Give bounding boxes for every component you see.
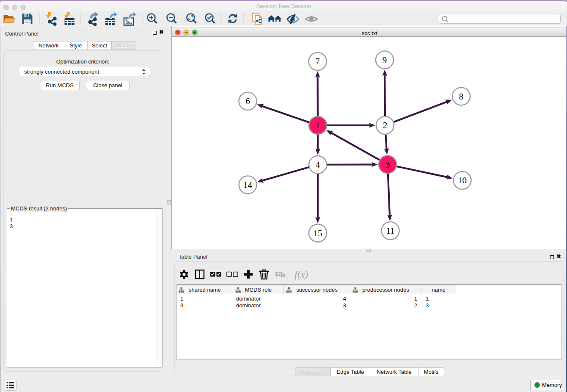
svg-text:4: 4: [316, 160, 320, 170]
svg-text:8: 8: [459, 91, 464, 102]
svg-text:15: 15: [314, 228, 322, 238]
svg-text:1: 1: [316, 120, 320, 130]
svg-text:f(x): f(x): [295, 269, 308, 280]
svg-text:3: 3: [385, 160, 390, 170]
svg-text:9: 9: [383, 55, 387, 65]
svg-text:11: 11: [386, 226, 394, 236]
svg-text:2: 2: [383, 120, 388, 130]
svg-text:6: 6: [245, 96, 250, 106]
svg-text:7: 7: [315, 56, 320, 66]
svg-text:14: 14: [243, 180, 253, 190]
svg-text:10: 10: [458, 175, 467, 185]
